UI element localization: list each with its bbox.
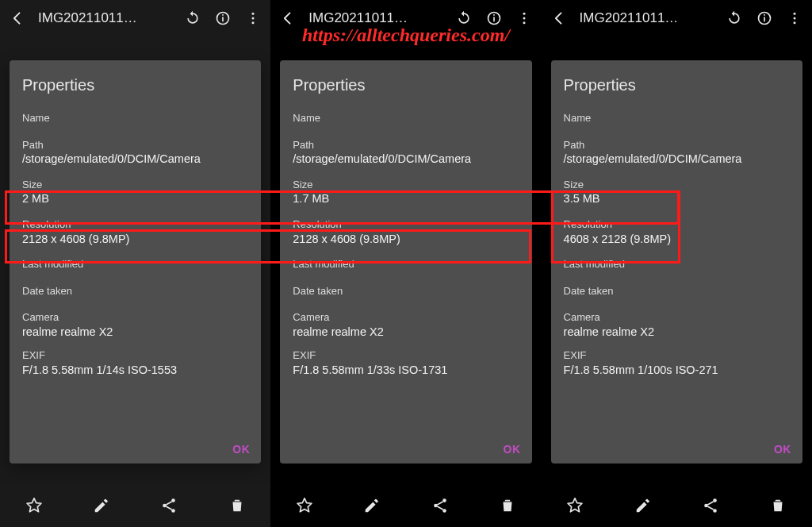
last-modified-label: Last modified bbox=[22, 258, 248, 271]
exif-value: F/1.8 5.58mm 1/33s ISO-1731 bbox=[293, 363, 519, 379]
camera-value: realme realme X2 bbox=[22, 325, 248, 340]
favorite-icon[interactable] bbox=[295, 496, 314, 515]
resolution-value: 4608 x 2128 (9.8MP) bbox=[564, 232, 790, 248]
panel-1: IMG20211011… Properties Name Path /stora… bbox=[270, 0, 541, 527]
rotate-icon[interactable] bbox=[725, 9, 744, 28]
resolution-label: Resolution bbox=[564, 218, 790, 231]
path-label: Path bbox=[564, 139, 790, 152]
dialog-title: Properties bbox=[564, 76, 790, 94]
edit-icon[interactable] bbox=[92, 496, 111, 515]
date-taken-label: Date taken bbox=[22, 285, 248, 298]
topbar: IMG20211011… bbox=[270, 0, 541, 37]
camera-label: Camera bbox=[293, 311, 519, 324]
more-icon[interactable] bbox=[785, 9, 804, 28]
share-icon[interactable] bbox=[159, 496, 178, 515]
topbar: IMG20211011… bbox=[0, 0, 270, 37]
back-icon[interactable] bbox=[8, 9, 27, 28]
panel-2: IMG20211011… Properties Name Path /stora… bbox=[542, 0, 812, 527]
resolution-value: 2128 x 4608 (9.8MP) bbox=[22, 232, 248, 248]
size-value: 3.5 MB bbox=[564, 191, 790, 207]
exif-value: F/1.8 5.58mm 1/14s ISO-1553 bbox=[22, 363, 248, 379]
path-value: /storage/emulated/0/DCIM/Camera bbox=[293, 152, 519, 167]
info-icon[interactable] bbox=[755, 9, 774, 28]
bottombar bbox=[270, 484, 541, 527]
back-icon[interactable] bbox=[278, 9, 297, 28]
delete-icon[interactable] bbox=[498, 496, 517, 515]
ok-button[interactable]: OK bbox=[774, 443, 791, 456]
panel-0: IMG20211011… Properties Name Path /stora… bbox=[0, 0, 270, 527]
date-taken-label: Date taken bbox=[564, 285, 790, 298]
delete-icon[interactable] bbox=[768, 496, 787, 515]
camera-value: realme realme X2 bbox=[564, 325, 790, 340]
rotate-icon[interactable] bbox=[183, 9, 202, 28]
resolution-value: 2128 x 4608 (9.8MP) bbox=[293, 232, 519, 248]
properties-dialog: Properties Name Path /storage/emulated/0… bbox=[280, 60, 531, 464]
camera-value: realme realme X2 bbox=[293, 325, 519, 340]
properties-dialog: Properties Name Path /storage/emulated/0… bbox=[551, 60, 802, 464]
share-icon[interactable] bbox=[701, 496, 720, 515]
ok-button[interactable]: OK bbox=[232, 443, 250, 456]
camera-label: Camera bbox=[22, 311, 248, 324]
dialog-title: Properties bbox=[22, 76, 248, 94]
properties-dialog: Properties Name Path /storage/emulated/0… bbox=[10, 60, 261, 464]
last-modified-label: Last modified bbox=[293, 258, 519, 271]
more-icon[interactable] bbox=[515, 9, 534, 28]
name-label: Name bbox=[293, 112, 519, 125]
path-label: Path bbox=[293, 139, 519, 152]
size-value: 2 MB bbox=[22, 191, 248, 207]
image-title: IMG20211011… bbox=[38, 10, 172, 26]
size-label: Size bbox=[293, 179, 519, 191]
path-value: /storage/emulated/0/DCIM/Camera bbox=[22, 152, 248, 167]
exif-label: EXIF bbox=[564, 349, 790, 362]
info-icon[interactable] bbox=[485, 9, 504, 28]
dialog-title: Properties bbox=[293, 76, 519, 94]
name-label: Name bbox=[22, 112, 248, 125]
bottombar bbox=[542, 484, 812, 527]
exif-label: EXIF bbox=[293, 349, 519, 362]
rotate-icon[interactable] bbox=[454, 9, 473, 28]
path-label: Path bbox=[22, 139, 248, 152]
camera-label: Camera bbox=[564, 311, 790, 324]
resolution-label: Resolution bbox=[22, 218, 248, 231]
resolution-label: Resolution bbox=[293, 218, 519, 231]
more-icon[interactable] bbox=[243, 9, 262, 28]
delete-icon[interactable] bbox=[228, 496, 247, 515]
edit-icon[interactable] bbox=[362, 496, 381, 515]
bottombar bbox=[0, 484, 270, 527]
back-icon[interactable] bbox=[550, 9, 569, 28]
favorite-icon[interactable] bbox=[25, 496, 44, 515]
exif-label: EXIF bbox=[22, 349, 248, 362]
share-icon[interactable] bbox=[431, 496, 450, 515]
image-title: IMG20211011… bbox=[308, 10, 442, 26]
image-title: IMG20211011… bbox=[580, 10, 714, 26]
size-value: 1.7 MB bbox=[293, 191, 519, 207]
last-modified-label: Last modified bbox=[564, 258, 790, 271]
name-label: Name bbox=[564, 112, 790, 125]
info-icon[interactable] bbox=[213, 9, 232, 28]
size-label: Size bbox=[564, 179, 790, 191]
date-taken-label: Date taken bbox=[293, 285, 519, 298]
exif-value: F/1.8 5.58mm 1/100s ISO-271 bbox=[564, 363, 790, 379]
path-value: /storage/emulated/0/DCIM/Camera bbox=[564, 152, 790, 167]
favorite-icon[interactable] bbox=[565, 496, 584, 515]
ok-button[interactable]: OK bbox=[504, 443, 521, 456]
edit-icon[interactable] bbox=[634, 496, 653, 515]
topbar: IMG20211011… bbox=[542, 0, 812, 37]
size-label: Size bbox=[22, 179, 248, 191]
